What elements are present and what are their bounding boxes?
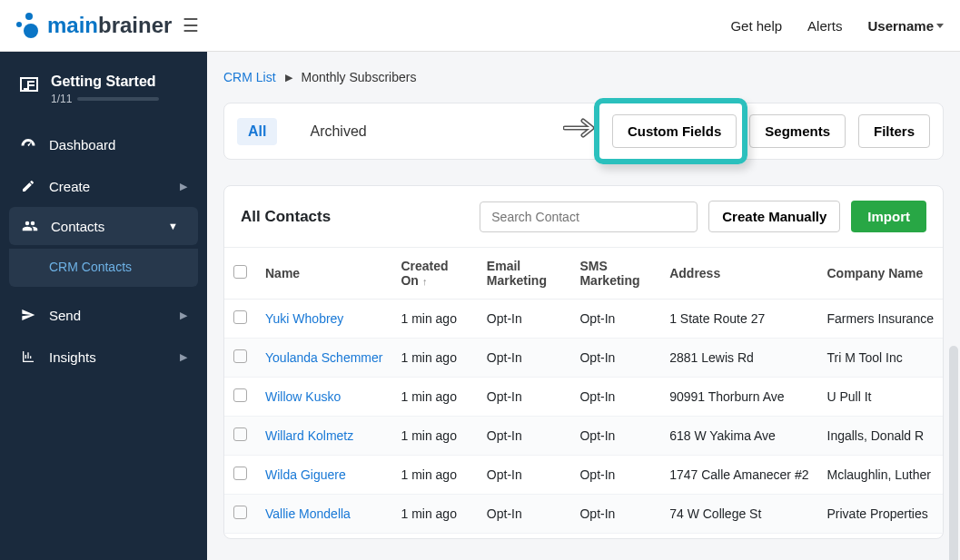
row-checkbox[interactable] — [233, 467, 247, 480]
alerts-link[interactable]: Alerts — [807, 18, 842, 34]
sidebar-item-insights[interactable]: Insights ▶ — [0, 336, 207, 378]
cell-email: Opt-In — [478, 495, 571, 534]
cell-created: 1 min ago — [391, 534, 477, 540]
select-all-checkbox[interactable] — [233, 265, 247, 279]
sidebar-subitem-crm-contacts[interactable]: CRM Contacts — [9, 249, 198, 287]
table-row[interactable]: Yuki Whobrey1 min agoOpt-InOpt-In1 State… — [224, 300, 943, 339]
filter-buttons: Custom Fields Segments Filters — [612, 114, 930, 148]
cell-email: Opt-In — [478, 534, 571, 540]
row-checkbox[interactable] — [233, 349, 247, 363]
hamburger-icon[interactable]: ☰ — [183, 15, 199, 36]
sidebar: Getting Started 1/11 Dashboard Create ▶ — [0, 52, 207, 560]
sidebar-item-contacts[interactable]: Contacts ▼ — [9, 207, 198, 245]
cell-company: Farmers Insurance — [818, 300, 944, 339]
cell-sms: Opt-In — [570, 495, 660, 534]
table-row[interactable]: Vallie Mondella1 min agoOpt-InOpt-In74 W… — [224, 495, 943, 534]
row-checkbox[interactable] — [233, 506, 247, 519]
tabs: All Archived — [237, 118, 378, 145]
callout-arrow-icon — [563, 116, 598, 143]
checklist-icon — [20, 77, 38, 92]
sidebar-item-label: Create — [49, 179, 90, 194]
cell-created: 1 min ago — [391, 495, 477, 534]
table-row[interactable]: Youlanda Schemmer1 min agoOpt-InOpt-In28… — [224, 339, 943, 378]
table-row[interactable]: Wilda Giguere1 min agoOpt-InOpt-In1747 C… — [224, 456, 943, 495]
user-menu[interactable]: Username — [867, 18, 944, 34]
contact-name-link[interactable]: Willow Kusko — [265, 389, 341, 404]
sidebar-contacts-submenu: CRM Contacts — [9, 249, 198, 287]
panel-title: All Contacts — [241, 208, 331, 226]
table-row[interactable]: Viva Toelkes1 min agoOpt-InOpt-In4284 Do… — [224, 534, 943, 540]
cell-email: Opt-In — [478, 300, 571, 339]
sidebar-item-label: Send — [49, 308, 81, 323]
cell-company: Mclaughlin, Luther — [818, 456, 944, 495]
getting-started-title: Getting Started — [51, 74, 159, 90]
logo[interactable]: mainbrainer — [16, 13, 172, 38]
row-checkbox[interactable] — [233, 388, 247, 402]
cell-created: 1 min ago — [391, 300, 477, 339]
cell-sms: Opt-In — [570, 456, 660, 495]
row-checkbox[interactable] — [233, 427, 247, 441]
create-manually-button[interactable]: Create Manually — [708, 201, 840, 232]
scrollbar[interactable] — [949, 346, 958, 560]
search-input[interactable] — [480, 201, 698, 232]
cell-created: 1 min ago — [391, 378, 477, 417]
cell-sms: Opt-In — [570, 534, 660, 540]
cell-address: 90991 Thorburn Ave — [660, 378, 817, 417]
sidebar-item-label: Contacts — [51, 219, 104, 234]
getting-started-progress: 1/11 — [51, 93, 72, 105]
col-company[interactable]: Company Name — [818, 248, 944, 300]
sidebar-item-send[interactable]: Send ▶ — [0, 294, 207, 336]
chevron-right-icon: ▶ — [180, 181, 187, 192]
chevron-down-icon: ▼ — [168, 221, 178, 231]
sidebar-item-label: Dashboard — [49, 137, 115, 152]
col-address[interactable]: Address — [660, 248, 817, 300]
col-email-marketing[interactable]: Email Marketing — [478, 248, 571, 300]
contact-name-link[interactable]: Vallie Mondella — [265, 506, 351, 521]
contact-name-link[interactable]: Yuki Whobrey — [265, 311, 343, 326]
import-button[interactable]: Import — [851, 201, 926, 232]
sidebar-item-dashboard[interactable]: Dashboard — [0, 123, 207, 165]
segments-button[interactable]: Segments — [749, 114, 846, 148]
cell-email: Opt-In — [478, 456, 571, 495]
cell-address: 1 State Route 27 — [660, 300, 817, 339]
chevron-down-icon — [936, 24, 944, 28]
table-row[interactable]: Willard Kolmetz1 min agoOpt-InOpt-In618 … — [224, 417, 943, 456]
contact-name-link[interactable]: Wilda Giguere — [265, 467, 346, 482]
contact-name-link[interactable]: Willard Kolmetz — [265, 428, 353, 443]
filter-bar: All Archived Custom Fields Segments Filt… — [223, 103, 944, 160]
table-row[interactable]: Willow Kusko1 min agoOpt-InOpt-In90991 T… — [224, 378, 943, 417]
contacts-panel: All Contacts Create Manually Import Name… — [223, 185, 944, 539]
cell-company: Private Properties — [818, 495, 944, 534]
cell-email: Opt-In — [478, 417, 571, 456]
sidebar-item-create[interactable]: Create ▶ — [0, 165, 207, 207]
getting-started[interactable]: Getting Started 1/11 — [0, 74, 207, 123]
get-help-link[interactable]: Get help — [730, 18, 782, 34]
cell-address: 1747 Calle Amanecer #2 — [660, 456, 817, 495]
logo-icon — [16, 13, 42, 38]
custom-fields-button[interactable]: Custom Fields — [612, 114, 737, 148]
cell-address: 4284 Dorigo Ln — [660, 534, 817, 540]
sidebar-item-label: Insights — [49, 349, 96, 365]
col-name[interactable]: Name — [256, 248, 391, 300]
tab-all[interactable]: All — [237, 118, 277, 145]
col-sms-marketing[interactable]: SMS Marketing — [570, 248, 660, 300]
contact-name-link[interactable]: Youlanda Schemmer — [265, 350, 382, 365]
tab-archived[interactable]: Archived — [299, 118, 377, 145]
topbar-right: Get help Alerts Username — [730, 18, 944, 34]
cell-address: 74 W College St — [660, 495, 817, 534]
paper-plane-icon — [20, 307, 36, 323]
cell-sms: Opt-In — [570, 339, 660, 378]
gauge-icon — [20, 136, 36, 152]
breadcrumb-current: Monthly Subscribers — [302, 70, 417, 84]
col-created[interactable]: Created On↑ — [391, 248, 477, 300]
users-icon — [22, 218, 38, 234]
cell-created: 1 min ago — [391, 456, 477, 495]
progress-bar — [77, 97, 159, 101]
filters-button[interactable]: Filters — [858, 114, 930, 148]
row-checkbox[interactable] — [233, 310, 247, 324]
breadcrumb-separator-icon: ▶ — [285, 72, 292, 84]
cell-email: Opt-In — [478, 339, 571, 378]
topbar: mainbrainer ☰ Get help Alerts Username — [0, 0, 960, 52]
username-label: Username — [867, 18, 934, 34]
breadcrumb-root[interactable]: CRM List — [223, 70, 276, 84]
